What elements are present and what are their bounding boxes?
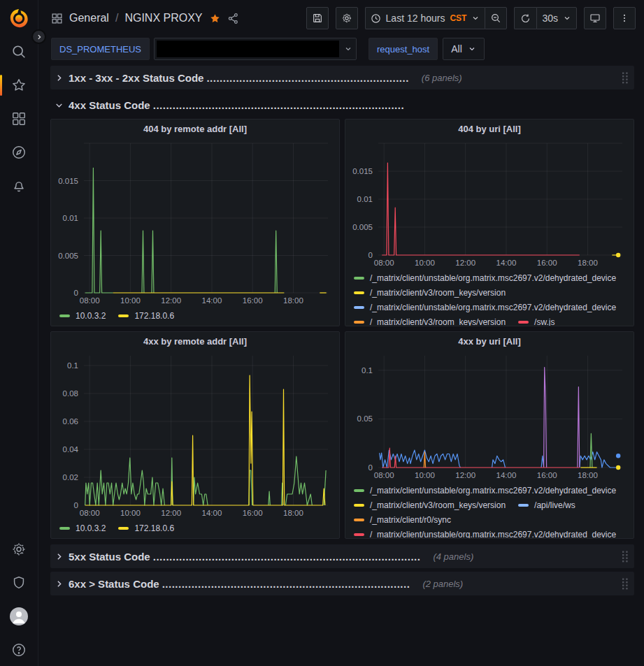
panel-legend: 10.0.3.2172.18.0.6 xyxy=(51,307,339,326)
chevron-right-icon xyxy=(55,579,64,588)
refresh-button[interactable] xyxy=(514,7,536,29)
sidebar-item-dashboards[interactable] xyxy=(0,108,38,129)
svg-text:16:00: 16:00 xyxy=(537,471,557,479)
svg-text:0.04: 0.04 xyxy=(63,445,79,454)
legend-item[interactable]: 172.18.0.6 xyxy=(118,521,174,535)
breadcrumb-separator: / xyxy=(115,12,118,24)
legend-swatch xyxy=(354,533,364,536)
row-panel-count: (2 panels) xyxy=(422,579,463,589)
legend-item[interactable]: /_matrix/client/v3/room_keys/version xyxy=(354,315,506,326)
chart-canvas[interactable]: 08:0010:0012:0014:0016:0018:0000.0050.01… xyxy=(51,138,339,307)
panel-legend: /_matrix/client/unstable/org.matrix.msc2… xyxy=(345,270,634,326)
grafana-logo[interactable] xyxy=(0,8,38,29)
chart-canvas[interactable]: 08:0010:0012:0014:0016:0018:0000.050.1 xyxy=(345,351,634,482)
panel-title[interactable]: 4xx by uri [All] xyxy=(345,332,634,351)
refresh-interval-dropdown[interactable]: 30s xyxy=(536,7,577,29)
legend-label: /_matrix/client/v3/room_keys/version xyxy=(370,317,506,326)
svg-text:0.02: 0.02 xyxy=(63,473,78,482)
datasource-variable-select[interactable] xyxy=(154,38,357,60)
legend-item[interactable]: 10.0.3.2 xyxy=(59,309,106,322)
legend-item[interactable]: /sw.js xyxy=(518,315,554,326)
svg-text:0.05: 0.05 xyxy=(357,414,373,423)
svg-text:08:00: 08:00 xyxy=(80,296,100,305)
legend-item[interactable]: /_matrix/client/unstable/org.matrix.msc2… xyxy=(354,271,616,284)
sidebar-expand-button[interactable] xyxy=(31,29,46,44)
row-drag-handle[interactable] xyxy=(622,551,629,563)
legend-item[interactable]: /api/live/ws xyxy=(518,498,575,512)
chevron-right-icon xyxy=(36,34,43,41)
request-host-variable-label[interactable]: request_host xyxy=(368,38,438,60)
timezone-label: CST xyxy=(450,13,466,23)
panel-title[interactable]: 404 by remote addr [All] xyxy=(51,120,339,138)
sidebar-item-explore[interactable] xyxy=(0,142,38,163)
legend-swatch xyxy=(118,527,129,530)
sidebar-item-starred[interactable] xyxy=(0,75,38,96)
drag-dots-icon xyxy=(622,72,629,84)
sidebar-item-search[interactable] xyxy=(0,41,38,62)
legend-swatch xyxy=(354,519,364,521)
dashboard-variables-bar: DS_PROMETHEUS request_host All xyxy=(38,36,644,64)
datasource-variable-label[interactable]: DS_PROMETHEUS xyxy=(51,38,150,60)
request-host-value: All xyxy=(451,43,462,55)
request-host-variable-select[interactable]: All xyxy=(443,38,485,60)
row-header-5xx[interactable]: 5xx Status Code ........................… xyxy=(50,544,634,568)
legend-label: /api/live/ws xyxy=(534,500,575,510)
row-title-leader: ........................................… xyxy=(206,72,408,84)
svg-text:16:00: 16:00 xyxy=(243,509,263,517)
legend-item[interactable]: 172.18.0.6 xyxy=(118,309,174,322)
time-range-picker[interactable]: Last 12 hours CST xyxy=(365,7,485,29)
row-header-6xx[interactable]: 6xx > Status Code ......................… xyxy=(50,572,634,595)
row-title-leader: ........................................… xyxy=(162,578,410,590)
legend-swatch xyxy=(518,504,529,507)
sidebar-item-configuration[interactable] xyxy=(0,539,38,560)
dashboard-squares-icon[interactable] xyxy=(51,13,63,24)
share-button[interactable] xyxy=(227,13,239,24)
sidebar-item-alerting[interactable] xyxy=(0,175,38,196)
legend-label: /_matrix/client/v3/room_keys/version xyxy=(370,500,506,510)
page-title: NGINX PROXY xyxy=(124,12,202,24)
dashboard-settings-button[interactable] xyxy=(336,7,358,29)
row-drag-handle[interactable] xyxy=(622,72,629,84)
legend-item[interactable]: /_matrix/client/unstable/org.matrix.msc2… xyxy=(354,484,616,497)
chart-canvas[interactable]: 08:0010:0012:0014:0016:0018:0000.0050.01… xyxy=(345,138,634,270)
chart-canvas[interactable]: 08:0010:0012:0014:0016:0018:0000.020.040… xyxy=(51,351,339,520)
legend-item[interactable]: /_matrix/client/unstable/org.matrix.msc2… xyxy=(354,301,616,314)
legend-label: 10.0.3.2 xyxy=(76,311,106,321)
legend-item[interactable]: /_matrix/client/v3/room_keys/version xyxy=(354,498,506,512)
legend-item[interactable]: /_matrix/client/v3/room_keys/version xyxy=(354,286,506,299)
svg-text:0.015: 0.015 xyxy=(58,177,78,185)
legend-label: /_matrix/client/v3/room_keys/version xyxy=(370,288,506,298)
panel-title[interactable]: 4xx by remote addr [All] xyxy=(51,332,339,351)
drag-dots-icon xyxy=(622,578,629,590)
save-dashboard-button[interactable] xyxy=(306,7,329,29)
sidebar-item-profile[interactable] xyxy=(0,606,38,627)
dashboard-canvas: 1xx - 3xx - 2xx Status Code ............… xyxy=(38,64,644,595)
row-header-4xx[interactable]: 4xx Status Code ........................… xyxy=(50,95,634,115)
legend-item[interactable]: /_matrix/client/r0/sync xyxy=(354,513,451,526)
favorite-star-button[interactable] xyxy=(209,13,221,24)
legend-swatch xyxy=(354,489,364,492)
breadcrumb-section[interactable]: General xyxy=(69,12,109,24)
svg-text:12:00: 12:00 xyxy=(161,509,181,517)
sidebar-item-help[interactable] xyxy=(0,639,38,660)
row-title: 5xx Status Code xyxy=(69,551,150,563)
legend-item[interactable]: /_matrix/client/unstable/org.matrix.msc2… xyxy=(354,528,616,538)
svg-text:18:00: 18:00 xyxy=(283,509,303,517)
panel-title[interactable]: 404 by uri [All] xyxy=(345,120,634,138)
chevron-right-icon xyxy=(55,552,64,561)
row-drag-handle[interactable] xyxy=(622,578,629,590)
legend-swatch xyxy=(518,321,529,324)
more-options-button[interactable] xyxy=(613,7,636,29)
legend-item[interactable]: 10.0.3.2 xyxy=(59,521,106,535)
cycle-view-mode-button[interactable] xyxy=(584,7,606,29)
row-header-1xx[interactable]: 1xx - 3xx - 2xx Status Code ............… xyxy=(50,66,634,89)
svg-text:0: 0 xyxy=(74,289,78,297)
search-icon xyxy=(11,44,27,59)
svg-text:16:00: 16:00 xyxy=(243,296,263,305)
row-panel-count: (4 panels) xyxy=(433,551,473,562)
svg-text:10:00: 10:00 xyxy=(120,296,141,305)
svg-text:14:00: 14:00 xyxy=(202,509,222,517)
sidebar-item-server-admin[interactable] xyxy=(0,572,38,593)
sidebar xyxy=(0,0,38,666)
zoom-out-time-button[interactable] xyxy=(485,7,507,29)
